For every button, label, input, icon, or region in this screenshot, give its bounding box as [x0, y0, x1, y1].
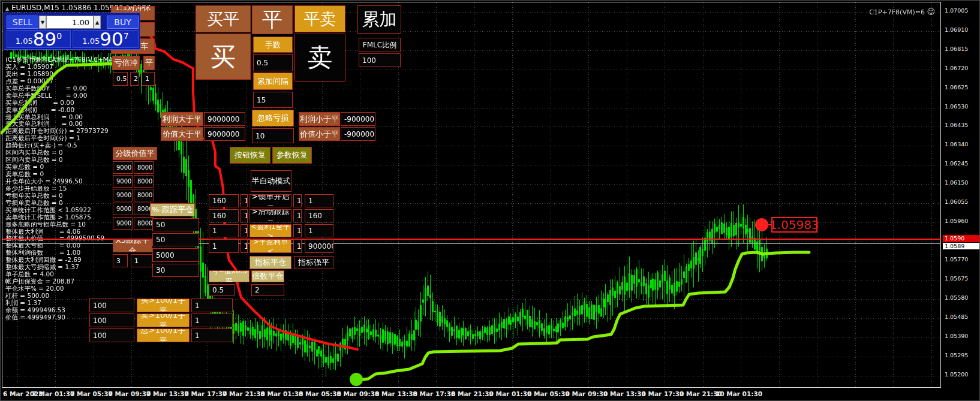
close-button[interactable]: 平 [252, 5, 293, 34]
profit-lt-input[interactable]: -9000000 [341, 112, 375, 126]
grid-input[interactable]: 1 [305, 224, 333, 237]
tier-input[interactable]: 90000 [113, 161, 133, 174]
fmlc-ratio-button[interactable]: FMLC比例 [359, 38, 401, 52]
tier-input[interactable]: 80000 [134, 175, 154, 188]
time-tick-label: 9 Mar 17:30 [642, 390, 684, 397]
value-lt-close-button[interactable]: 价值小于平 [299, 127, 340, 141]
time-tick-label: 9 Mar 09:30 [566, 390, 608, 397]
brake-input-b[interactable]: 2 [130, 72, 139, 86]
multiple-close-button[interactable]: 倍数平仓 [251, 270, 284, 282]
pct-input-2[interactable]: 50 [152, 233, 199, 246]
button-restore-button[interactable]: 按钮恢复 [230, 147, 270, 164]
tier-input[interactable]: 90000 [113, 189, 133, 201]
interval-input[interactable]: 15 [253, 92, 293, 108]
sell100-close-button[interactable]: 卖>100/1手平 [137, 313, 190, 327]
ignore-loss-input[interactable]: 10 [252, 128, 294, 143]
value-gt-input[interactable]: 9000000 [204, 127, 245, 141]
buy100-ratio-input[interactable]: 1 [191, 299, 233, 312]
big-sell-button[interactable]: 卖 [294, 34, 345, 82]
profit-gt-close-button[interactable]: 利润大于平 [161, 112, 203, 126]
price-tick-label: 1.06055 [945, 198, 968, 205]
grid-input[interactable]: 1 [293, 209, 302, 222]
ea-stat-line: 买单总利润 = 0.00 [5, 100, 161, 107]
profit1-close-all-button[interactable]: <盈利1全平> [249, 224, 291, 237]
slide-trailing-button[interactable]: >滑动跟踪= [249, 209, 291, 222]
loss-half-close-button[interactable]: 亏=值x0.5平 [209, 270, 249, 282]
volume-increase-button[interactable]: ▲ [94, 16, 101, 29]
fmlc-ratio-input[interactable]: 100 [359, 53, 401, 67]
grid-input[interactable]: 1 [241, 194, 248, 207]
grid-input[interactable]: 1 [209, 224, 239, 237]
ignore-loss-button[interactable]: 忽略亏损 [252, 110, 294, 126]
brake-input-c[interactable]: 1 [142, 72, 155, 86]
x3-input-b[interactable]: 1 [131, 254, 152, 267]
accumulate-button[interactable]: 累加 [357, 5, 401, 34]
volume-decrease-button[interactable]: ▼ [39, 16, 46, 29]
big-buy-button[interactable]: 买 [196, 34, 251, 80]
tier-input[interactable]: 80000 [134, 217, 154, 230]
buy-price-display[interactable]: 1.05907 [73, 30, 139, 48]
lots-input[interactable]: 0.5 [253, 54, 293, 71]
tier-input[interactable]: 90000 [113, 175, 133, 188]
tier-input[interactable]: 80000 [134, 189, 154, 201]
time-tick-label: 7 Mar 05:30 [70, 390, 113, 397]
semi-auto-mode-button[interactable]: 半自动模式 [251, 170, 291, 192]
grid-input[interactable]: 900000 [305, 239, 333, 253]
buy-button[interactable]: BUY [107, 16, 139, 29]
multiple-input[interactable]: 2 [251, 284, 284, 296]
indicator-close-button[interactable]: 指标平仓 [249, 256, 291, 269]
total100-ratio-input[interactable]: 1 [191, 328, 233, 342]
sell100-input[interactable]: 100 [89, 313, 134, 327]
price-tick-label: 1.05770 [945, 256, 968, 263]
grid-input[interactable]: 1 [293, 194, 302, 207]
brake-input-a[interactable]: 0.5 [113, 72, 128, 86]
price-tick-label: 1.06340 [945, 141, 968, 147]
value-gt-close-button[interactable]: 价值大于平 [161, 127, 203, 141]
close-profit-orders-button[interactable]: >平盈利单< [249, 239, 291, 253]
pct-input-1[interactable]: 50 [152, 218, 199, 231]
volume-input[interactable]: 1.00 [46, 16, 94, 29]
price-tick-label: 1.05200 [945, 371, 968, 378]
x3-input-a[interactable]: 3 [113, 254, 128, 267]
tier-input[interactable]: 80000 [134, 161, 154, 174]
pct-input-4[interactable]: 30 [152, 264, 199, 277]
grid-input[interactable]: 1 [241, 224, 248, 237]
profit-gt-input[interactable]: 9000000 [204, 112, 245, 126]
indicator-force-close-button[interactable]: 指标强平 [294, 256, 333, 269]
buy-close-button[interactable]: 买平 [196, 5, 251, 32]
pct-input-3[interactable]: 5000 [152, 248, 199, 262]
half-loss-input[interactable]: 0.5 [209, 284, 235, 296]
close-sell-button[interactable]: 平卖 [294, 5, 345, 32]
grid-input[interactable]: 1 [241, 239, 248, 253]
pct-trailing-close-header[interactable]: %-跟踪平仓 [150, 203, 195, 216]
lots-label-button[interactable]: 手数 [253, 37, 293, 53]
tier-input[interactable]: 90000 [113, 217, 133, 230]
lock-order-on-button[interactable]: >锁单开启= [249, 194, 291, 207]
grid-input[interactable]: 160 [305, 209, 333, 222]
buy100-close-button[interactable]: 买>100/1手平 [137, 299, 190, 312]
loss-multi-button[interactable]: 亏倍冲 [112, 56, 140, 70]
price-tick-label: 1.05675 [945, 275, 968, 282]
x3-trailing-close-header[interactable]: X3跟踪平仓 [113, 239, 152, 252]
buy100-input[interactable]: 100 [89, 299, 134, 312]
grid-input[interactable]: 1 [293, 239, 302, 253]
grid-input[interactable]: 1 [305, 194, 333, 207]
param-restore-button[interactable]: 参数恢复 [272, 147, 312, 164]
tier-value-close-header[interactable]: 分级价值平 [113, 147, 157, 160]
total100-input[interactable]: 100 [89, 328, 134, 342]
grid-input[interactable]: 1 [293, 224, 302, 237]
time-tick-label: 8 Mar 13:30 [375, 390, 417, 397]
tier-input[interactable]: 90000 [113, 203, 133, 215]
grid-input[interactable]: 1 [209, 239, 239, 253]
grid-input[interactable]: 1 [241, 209, 248, 222]
grid-input[interactable]: 160 [209, 209, 239, 222]
flat-small-button[interactable]: 平 [143, 56, 155, 70]
grid-input[interactable]: 160 [209, 194, 239, 207]
sell-button[interactable]: SELL [7, 16, 38, 29]
sell100-ratio-input[interactable]: 1 [191, 313, 233, 327]
accumulate-interval-button[interactable]: 累加间隔 [253, 73, 293, 90]
total100-close-button[interactable]: 总>100/1手平 [137, 328, 190, 342]
profit-lt-close-button[interactable]: 利润小于平 [299, 112, 340, 126]
sell-price-display[interactable]: 1.05890 [7, 30, 71, 48]
value-lt-input[interactable]: -9000000 [341, 127, 375, 141]
